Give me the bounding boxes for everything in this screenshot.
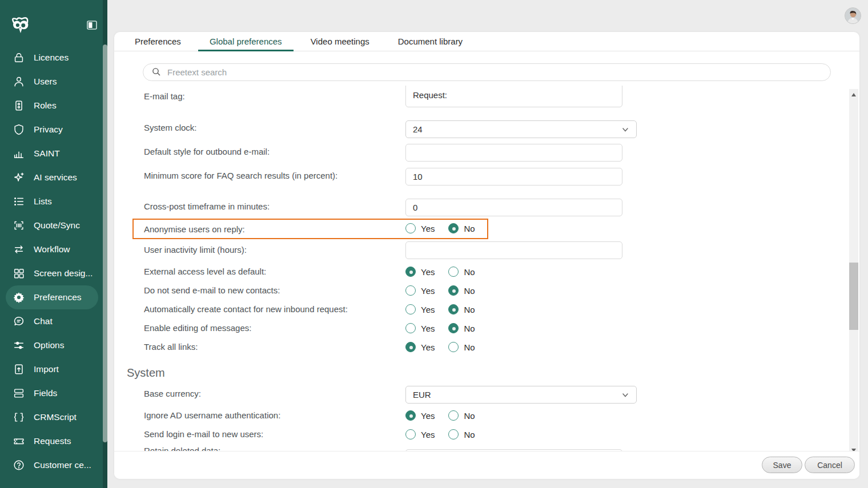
setting-label: System clock: bbox=[144, 123, 197, 132]
sidebar-item-privacy[interactable]: Privacy bbox=[0, 118, 103, 142]
sidebar-item-customer-ce[interactable]: Customer ce... bbox=[0, 453, 103, 477]
radio-label-yes[interactable]: Yes bbox=[421, 286, 435, 296]
sidebar-item-import[interactable]: Import bbox=[0, 357, 103, 381]
radio-group: YesNo bbox=[405, 410, 489, 421]
radio-group: YesNo bbox=[405, 342, 489, 352]
radio-label-no[interactable]: No bbox=[464, 224, 475, 233]
radio-label-yes[interactable]: Yes bbox=[421, 267, 435, 277]
radio-no[interactable] bbox=[448, 304, 459, 314]
radio-yes[interactable] bbox=[405, 304, 416, 314]
sidebar-item-label: Screen desig... bbox=[34, 268, 93, 279]
radio-no[interactable] bbox=[448, 410, 459, 421]
search-input[interactable] bbox=[143, 63, 831, 81]
radio-yes[interactable] bbox=[405, 267, 416, 277]
setting-label: Do not send e-mail to new contacts: bbox=[144, 285, 280, 295]
sidebar-item-preferences[interactable]: Preferences bbox=[6, 285, 98, 309]
content-scrollbar-thumb[interactable] bbox=[849, 263, 858, 330]
radio-yes[interactable] bbox=[405, 410, 416, 421]
setting-label: E-mail tag: bbox=[144, 91, 185, 101]
setting-input[interactable] bbox=[405, 199, 622, 216]
gear-icon bbox=[13, 291, 25, 304]
sidebar-item-label: Workflow bbox=[34, 244, 70, 255]
sidebar-item-workflow[interactable]: Workflow bbox=[0, 237, 103, 261]
setting-label: Send login e-mail to new users: bbox=[144, 429, 263, 439]
radio-no[interactable] bbox=[448, 223, 459, 233]
tab-video-meetings[interactable]: Video meetings bbox=[310, 32, 371, 51]
sidebar-item-lists[interactable]: Lists bbox=[0, 189, 103, 213]
radio-label-yes[interactable]: Yes bbox=[421, 224, 435, 233]
sidebar-item-chat[interactable]: Chat bbox=[0, 309, 103, 333]
bar-chart-icon bbox=[13, 147, 25, 160]
sidebar-item-crmscript[interactable]: CRMScript bbox=[0, 405, 103, 429]
avatar[interactable] bbox=[845, 7, 861, 24]
radio-group: YesNo bbox=[405, 323, 489, 333]
radio-no[interactable] bbox=[448, 342, 459, 352]
sidebar-item-options[interactable]: Options bbox=[0, 333, 103, 357]
radio-yes[interactable] bbox=[405, 429, 416, 439]
radio-label-yes[interactable]: Yes bbox=[421, 430, 435, 439]
sidebar-scrollbar-thumb[interactable] bbox=[103, 45, 107, 442]
radio-no[interactable] bbox=[448, 285, 459, 296]
search-container bbox=[143, 63, 831, 81]
sidebar-item-licences[interactable]: Licences bbox=[0, 46, 103, 70]
radio-label-no[interactable]: No bbox=[464, 411, 475, 421]
setting-input[interactable] bbox=[405, 86, 622, 107]
save-button[interactable]: Save bbox=[762, 457, 802, 473]
setting-label: Ignore AD username authentication: bbox=[144, 410, 280, 420]
sidebar-item-label: AI services bbox=[34, 172, 77, 183]
radio-label-no[interactable]: No bbox=[464, 286, 475, 296]
ticket-icon bbox=[13, 435, 25, 447]
radio-label-yes[interactable]: Yes bbox=[421, 324, 435, 333]
radio-label-yes[interactable]: Yes bbox=[421, 342, 435, 352]
radio-label-no[interactable]: No bbox=[464, 342, 475, 352]
radio-no[interactable] bbox=[448, 267, 459, 277]
radio-label-no[interactable]: No bbox=[464, 305, 475, 314]
setting-label: Base currency: bbox=[144, 389, 201, 398]
sidebar-item-label: Users bbox=[34, 76, 57, 87]
sidebar-item-screen-desig[interactable]: Screen desig... bbox=[0, 261, 103, 285]
sidebar-scrollbar[interactable] bbox=[103, 0, 107, 488]
sidebar-item-saint[interactable]: SAINT bbox=[0, 142, 103, 166]
setting-input[interactable] bbox=[405, 241, 622, 259]
setting-label: Cross-post timeframe in minutes: bbox=[144, 201, 270, 211]
owl-logo bbox=[8, 14, 33, 35]
radio-label-no[interactable]: No bbox=[464, 267, 475, 277]
collapse-sidebar-icon[interactable] bbox=[87, 21, 97, 30]
setting-input[interactable] bbox=[405, 144, 622, 162]
sidebar-item-label: Quote/Sync bbox=[34, 220, 80, 231]
radio-label-yes[interactable]: Yes bbox=[421, 305, 435, 314]
settings-form: E-mail tag:System clock:24Default style … bbox=[114, 86, 851, 451]
list-icon bbox=[13, 195, 25, 208]
tab-preferences[interactable]: Preferences bbox=[134, 32, 182, 51]
sidebar-item-users[interactable]: Users bbox=[0, 70, 103, 94]
setting-label: External access level as default: bbox=[144, 267, 266, 276]
radio-no[interactable] bbox=[448, 323, 459, 333]
setting-select[interactable]: 24 bbox=[405, 120, 637, 138]
sidebar: LicencesUsersRolesPrivacySAINTAI service… bbox=[0, 0, 107, 488]
tab-global-preferences[interactable]: Global preferences bbox=[208, 32, 283, 51]
content-scrollbar[interactable] bbox=[849, 89, 858, 456]
cancel-button[interactable]: Cancel bbox=[805, 457, 855, 473]
sidebar-item-requests[interactable]: Requests bbox=[0, 429, 103, 453]
radio-label-no[interactable]: No bbox=[464, 430, 475, 439]
radio-no[interactable] bbox=[448, 429, 459, 439]
setting-input[interactable] bbox=[405, 168, 622, 185]
sidebar-item-ai-services[interactable]: AI services bbox=[0, 166, 103, 189]
sidebar-header bbox=[8, 14, 102, 39]
radio-group: YesNo bbox=[405, 223, 489, 233]
setting-label: User inactivity limit (hours): bbox=[144, 245, 247, 255]
chevron-down-icon bbox=[622, 392, 628, 398]
tab-document-library[interactable]: Document library bbox=[397, 32, 464, 51]
radio-yes[interactable] bbox=[405, 285, 416, 296]
radio-label-no[interactable]: No bbox=[464, 324, 475, 333]
radio-yes[interactable] bbox=[405, 323, 416, 333]
arrows-swap-icon bbox=[13, 243, 25, 256]
sidebar-item-roles[interactable]: Roles bbox=[0, 94, 103, 118]
radio-label-yes[interactable]: Yes bbox=[421, 411, 435, 421]
radio-yes[interactable] bbox=[405, 223, 416, 233]
radio-yes[interactable] bbox=[405, 342, 416, 352]
scroll-up-icon[interactable] bbox=[851, 93, 856, 96]
sidebar-item-quote-sync[interactable]: Quote/Sync bbox=[0, 213, 103, 237]
setting-select[interactable]: EUR bbox=[405, 386, 637, 404]
sidebar-item-fields[interactable]: Fields bbox=[0, 381, 103, 405]
